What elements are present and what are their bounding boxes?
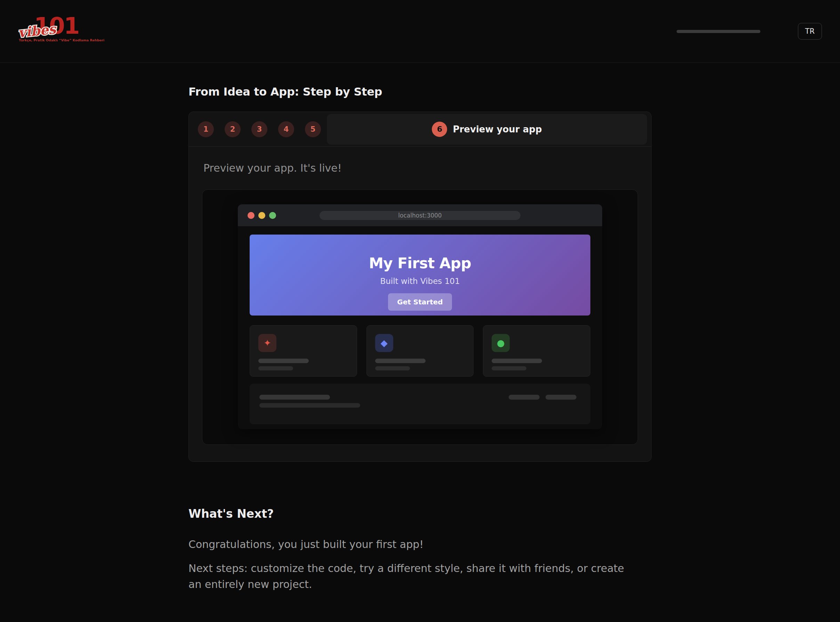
skeleton-button-bar	[545, 395, 576, 399]
skeleton-text-bar	[375, 358, 426, 363]
app-hero-banner: My First App Built with Vibes 101 Get St…	[250, 235, 590, 316]
main-content: From Idea to App: Step by Step 1 2 3 4 5…	[188, 63, 652, 593]
sparkle-icon: ✦	[258, 334, 276, 352]
mock-browser-window: localhost:3000 My First App Built with V…	[238, 204, 602, 429]
close-window-icon	[247, 212, 255, 219]
get-started-button[interactable]: Get Started	[388, 293, 452, 311]
app-hero-title: My First App	[250, 255, 590, 272]
step-panel-body: Preview your app. It's live! localhost:3…	[189, 146, 651, 462]
step-tab-4[interactable]: 4	[278, 121, 294, 137]
active-step-label: Preview your app	[453, 124, 542, 134]
step-tab-2[interactable]: 2	[225, 121, 241, 137]
header-right: TR	[677, 23, 822, 40]
whats-next-section: What's Next? Congratulations, you just b…	[188, 507, 652, 593]
skeleton-text-bar	[492, 366, 526, 370]
feature-card: ✦	[250, 325, 357, 377]
skeleton-text-bar	[375, 366, 410, 370]
feature-card: ●	[483, 325, 590, 377]
step-tab-6-active[interactable]: 6 Preview your app	[327, 114, 647, 145]
dot-icon: ●	[492, 334, 510, 352]
app-hero-subtitle: Built with Vibes 101	[250, 277, 590, 286]
maximize-window-icon	[269, 212, 276, 219]
step-tab-bar: 1 2 3 4 5 6 Preview your app	[189, 112, 651, 146]
page-title: From Idea to App: Step by Step	[188, 85, 652, 98]
skeleton-button-bar	[509, 395, 540, 399]
step-tab-3[interactable]: 3	[251, 121, 267, 137]
active-step-number: 6	[432, 122, 447, 137]
footer-skeleton-right	[509, 395, 576, 424]
app-preview-container: localhost:3000 My First App Built with V…	[202, 189, 638, 445]
browser-title-bar: localhost:3000	[238, 204, 602, 226]
address-bar: localhost:3000	[319, 211, 521, 220]
skeleton-text-bar	[492, 358, 542, 363]
congrats-text: Congratulations, you just built your fir…	[188, 537, 637, 553]
feature-cards-row: ✦ ◆ ●	[250, 325, 590, 377]
step-wizard-panel: 1 2 3 4 5 6 Preview your app Preview you…	[188, 111, 652, 462]
step-tab-1[interactable]: 1	[198, 121, 214, 137]
language-toggle-button[interactable]: TR	[798, 23, 822, 40]
step-tab-5[interactable]: 5	[305, 121, 321, 137]
skeleton-text-bar	[260, 395, 330, 399]
nav-loading-skeleton	[677, 30, 761, 33]
next-steps-text: Next steps: customize the code, try a di…	[188, 561, 637, 593]
browser-content: My First App Built with Vibes 101 Get St…	[238, 226, 602, 429]
whats-next-title: What's Next?	[188, 507, 652, 521]
logo-tagline: Türkçe, Pratik Odaklı “Vibe” Kodlama Reh…	[19, 38, 104, 42]
skeleton-text-bar	[258, 366, 293, 370]
step-subtitle: Preview your app. It's live!	[203, 162, 638, 174]
footer-skeleton-panel	[250, 384, 590, 424]
feature-card: ◆	[367, 325, 474, 377]
skeleton-text-bar	[258, 358, 309, 363]
skeleton-text-bar	[260, 403, 360, 408]
top-navbar: 101 vibes Türkçe, Pratik Odaklı “Vibe” K…	[0, 0, 840, 63]
vibes101-logo[interactable]: 101 vibes Türkçe, Pratik Odaklı “Vibe” K…	[18, 15, 77, 47]
diamond-icon: ◆	[375, 334, 393, 352]
footer-skeleton-left	[260, 395, 360, 424]
minimize-window-icon	[258, 212, 265, 219]
